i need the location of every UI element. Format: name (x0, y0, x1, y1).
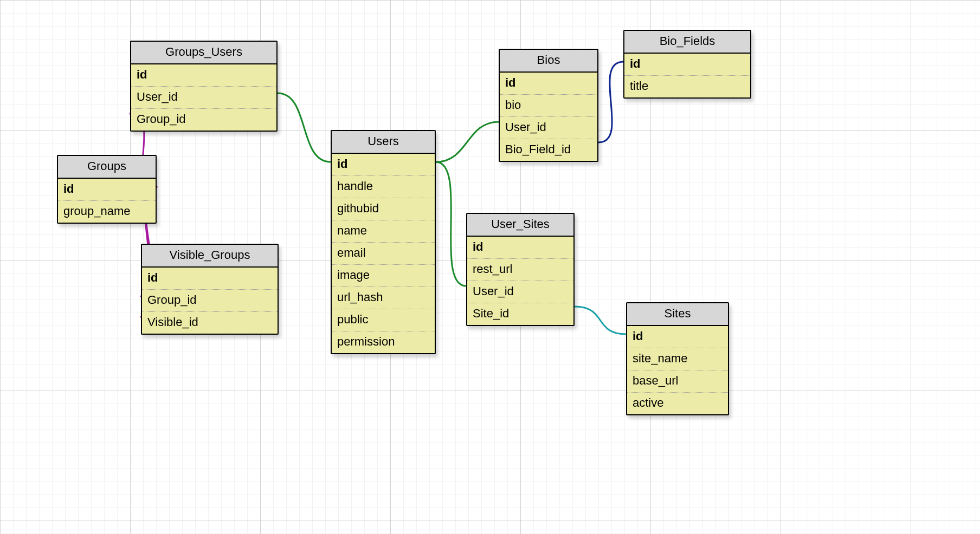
field-handle[interactable]: handle (332, 176, 435, 198)
field-id[interactable]: id (142, 268, 278, 290)
field-url-hash[interactable]: url_hash (332, 287, 435, 309)
field-githubid[interactable]: githubid (332, 198, 435, 220)
field-permission[interactable]: permission (332, 331, 435, 353)
field-id[interactable]: id (467, 237, 573, 259)
field-user-id[interactable]: User_id (467, 281, 573, 303)
connector (278, 93, 331, 162)
table-title: User_Sites (467, 214, 573, 237)
field-id[interactable]: id (131, 64, 276, 87)
connector (436, 162, 466, 286)
field-image[interactable]: image (332, 265, 435, 287)
field-id[interactable]: id (58, 179, 156, 201)
table-groups[interactable]: Groups id group_name (57, 155, 157, 224)
field-visible-id[interactable]: Visible_id (142, 312, 278, 334)
table-title: Groups (58, 156, 156, 179)
table-title: Users (332, 131, 435, 154)
table-users[interactable]: Users id handle githubid name email imag… (331, 130, 436, 354)
field-base-url[interactable]: base_url (627, 370, 728, 393)
field-group-id[interactable]: Group_id (131, 109, 276, 131)
field-id[interactable]: id (627, 326, 728, 348)
field-group-id[interactable]: Group_id (142, 290, 278, 312)
field-bio[interactable]: bio (500, 95, 597, 117)
connector (436, 122, 499, 162)
field-email[interactable]: email (332, 243, 435, 265)
field-public[interactable]: public (332, 309, 435, 331)
field-user-id[interactable]: User_id (131, 87, 276, 109)
table-bio-fields[interactable]: Bio_Fields id title (623, 30, 751, 99)
table-bios[interactable]: Bios id bio User_id Bio_Field_id (499, 49, 598, 162)
table-title: Bios (500, 50, 597, 73)
field-rest-url[interactable]: rest_url (467, 259, 573, 281)
field-active[interactable]: active (627, 393, 728, 414)
field-bio-field-id[interactable]: Bio_Field_id (500, 139, 597, 161)
field-id[interactable]: id (332, 154, 435, 176)
field-site-name[interactable]: site_name (627, 348, 728, 370)
field-site-id[interactable]: Site_id (467, 303, 573, 325)
table-sites[interactable]: Sites id site_name base_url active (626, 302, 729, 415)
connector (598, 62, 623, 142)
field-id[interactable]: id (624, 54, 750, 76)
table-title: Sites (627, 303, 728, 326)
table-title: Bio_Fields (624, 31, 750, 54)
table-visible-groups[interactable]: Visible_Groups id Group_id Visible_id (141, 244, 279, 335)
field-user-id[interactable]: User_id (500, 117, 597, 139)
table-groups-users[interactable]: Groups_Users id User_id Group_id (130, 41, 278, 132)
field-name[interactable]: name (332, 220, 435, 243)
diagram-canvas[interactable]: Groups_Users id User_id Group_id Groups … (0, 0, 980, 534)
field-id[interactable]: id (500, 73, 597, 95)
table-title: Visible_Groups (142, 245, 278, 268)
connector (575, 307, 626, 334)
table-user-sites[interactable]: User_Sites id rest_url User_id Site_id (466, 213, 575, 326)
field-group-name[interactable]: group_name (58, 201, 156, 223)
field-title[interactable]: title (624, 76, 750, 97)
table-title: Groups_Users (131, 42, 276, 64)
